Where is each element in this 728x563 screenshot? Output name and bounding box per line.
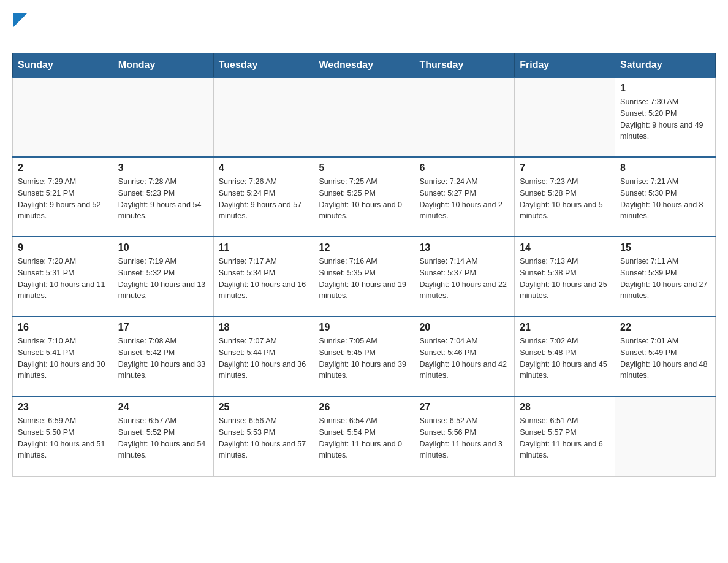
- calendar-cell: 11Sunrise: 7:17 AM Sunset: 5:34 PM Dayli…: [213, 237, 314, 316]
- day-info: Sunrise: 7:02 AM Sunset: 5:48 PM Dayligh…: [520, 335, 610, 381]
- calendar-cell: 24Sunrise: 6:57 AM Sunset: 5:52 PM Dayli…: [113, 396, 213, 476]
- day-number: 14: [520, 242, 610, 253]
- calendar-week-row: 9Sunrise: 7:20 AM Sunset: 5:31 PM Daylig…: [13, 237, 716, 316]
- calendar-cell: 22Sunrise: 7:01 AM Sunset: 5:49 PM Dayli…: [615, 316, 716, 396]
- calendar-cell: 7Sunrise: 7:23 AM Sunset: 5:28 PM Daylig…: [515, 157, 615, 237]
- day-info: Sunrise: 6:54 AM Sunset: 5:54 PM Dayligh…: [319, 415, 409, 461]
- day-info: Sunrise: 7:19 AM Sunset: 5:32 PM Dayligh…: [118, 256, 208, 302]
- calendar-cell: 2Sunrise: 7:29 AM Sunset: 5:21 PM Daylig…: [13, 157, 113, 237]
- day-number: 21: [520, 322, 610, 333]
- day-number: 27: [419, 402, 509, 413]
- day-number: 12: [319, 242, 409, 253]
- day-info: Sunrise: 7:07 AM Sunset: 5:44 PM Dayligh…: [219, 335, 309, 381]
- day-number: 28: [520, 402, 610, 413]
- day-info: Sunrise: 7:28 AM Sunset: 5:23 PM Dayligh…: [118, 176, 208, 222]
- calendar-cell: 5Sunrise: 7:25 AM Sunset: 5:25 PM Daylig…: [314, 157, 414, 237]
- weekday-header-monday: Monday: [113, 53, 213, 78]
- calendar-cell: [113, 77, 213, 157]
- calendar-cell: 25Sunrise: 6:56 AM Sunset: 5:53 PM Dayli…: [213, 396, 314, 476]
- day-info: Sunrise: 7:17 AM Sunset: 5:34 PM Dayligh…: [219, 256, 309, 302]
- calendar-cell: 21Sunrise: 7:02 AM Sunset: 5:48 PM Dayli…: [515, 316, 615, 396]
- day-number: 24: [118, 402, 208, 413]
- calendar-cell: 27Sunrise: 6:52 AM Sunset: 5:56 PM Dayli…: [414, 396, 515, 476]
- day-number: 9: [18, 242, 108, 253]
- day-info: Sunrise: 7:14 AM Sunset: 5:37 PM Dayligh…: [419, 256, 509, 302]
- calendar-cell: 4Sunrise: 7:26 AM Sunset: 5:24 PM Daylig…: [213, 157, 314, 237]
- day-number: 5: [319, 163, 409, 174]
- weekday-header-thursday: Thursday: [414, 53, 515, 78]
- day-number: 22: [620, 322, 710, 333]
- day-info: Sunrise: 7:01 AM Sunset: 5:49 PM Dayligh…: [620, 335, 710, 381]
- calendar-cell: 8Sunrise: 7:21 AM Sunset: 5:30 PM Daylig…: [615, 157, 716, 237]
- day-info: Sunrise: 7:05 AM Sunset: 5:45 PM Dayligh…: [319, 335, 409, 381]
- day-info: Sunrise: 7:23 AM Sunset: 5:28 PM Dayligh…: [520, 176, 610, 222]
- calendar-cell: 18Sunrise: 7:07 AM Sunset: 5:44 PM Dayli…: [213, 316, 314, 396]
- day-info: Sunrise: 7:04 AM Sunset: 5:46 PM Dayligh…: [419, 335, 509, 381]
- day-number: 25: [219, 402, 309, 413]
- day-info: Sunrise: 7:13 AM Sunset: 5:38 PM Dayligh…: [520, 256, 610, 302]
- calendar-week-row: 23Sunrise: 6:59 AM Sunset: 5:50 PM Dayli…: [13, 396, 716, 476]
- day-number: 11: [219, 242, 309, 253]
- calendar-cell: 20Sunrise: 7:04 AM Sunset: 5:46 PM Dayli…: [414, 316, 515, 396]
- day-number: 19: [319, 322, 409, 333]
- calendar-cell: 26Sunrise: 6:54 AM Sunset: 5:54 PM Dayli…: [314, 396, 414, 476]
- day-info: Sunrise: 7:29 AM Sunset: 5:21 PM Dayligh…: [18, 176, 108, 222]
- calendar-cell: 10Sunrise: 7:19 AM Sunset: 5:32 PM Dayli…: [113, 237, 213, 316]
- page-header: [12, 12, 716, 47]
- day-info: Sunrise: 6:56 AM Sunset: 5:53 PM Dayligh…: [219, 415, 309, 461]
- calendar-cell: 15Sunrise: 7:11 AM Sunset: 5:39 PM Dayli…: [615, 237, 716, 316]
- day-info: Sunrise: 7:16 AM Sunset: 5:35 PM Dayligh…: [319, 256, 409, 302]
- calendar-cell: 13Sunrise: 7:14 AM Sunset: 5:37 PM Dayli…: [414, 237, 515, 316]
- calendar-cell: 12Sunrise: 7:16 AM Sunset: 5:35 PM Dayli…: [314, 237, 414, 316]
- calendar-cell: [314, 77, 414, 157]
- day-info: Sunrise: 7:25 AM Sunset: 5:25 PM Dayligh…: [319, 176, 409, 222]
- day-number: 6: [419, 163, 509, 174]
- day-number: 8: [620, 163, 710, 174]
- calendar-cell: 9Sunrise: 7:20 AM Sunset: 5:31 PM Daylig…: [13, 237, 113, 316]
- day-info: Sunrise: 7:08 AM Sunset: 5:42 PM Dayligh…: [118, 335, 208, 381]
- day-info: Sunrise: 7:11 AM Sunset: 5:39 PM Dayligh…: [620, 256, 710, 302]
- calendar-cell: 16Sunrise: 7:10 AM Sunset: 5:41 PM Dayli…: [13, 316, 113, 396]
- day-info: Sunrise: 7:26 AM Sunset: 5:24 PM Dayligh…: [219, 176, 309, 222]
- day-number: 20: [419, 322, 509, 333]
- day-number: 13: [419, 242, 509, 253]
- day-number: 16: [18, 322, 108, 333]
- calendar-week-row: 1Sunrise: 7:30 AM Sunset: 5:20 PM Daylig…: [13, 77, 716, 157]
- day-number: 26: [319, 402, 409, 413]
- day-number: 3: [118, 163, 208, 174]
- calendar-cell: 6Sunrise: 7:24 AM Sunset: 5:27 PM Daylig…: [414, 157, 515, 237]
- calendar-cell: 28Sunrise: 6:51 AM Sunset: 5:57 PM Dayli…: [515, 396, 615, 476]
- calendar-cell: [13, 77, 113, 157]
- logo-triangle-icon: [13, 13, 27, 27]
- weekday-header-tuesday: Tuesday: [213, 53, 314, 78]
- day-info: Sunrise: 6:52 AM Sunset: 5:56 PM Dayligh…: [419, 415, 509, 461]
- day-number: 23: [18, 402, 108, 413]
- day-number: 7: [520, 163, 610, 174]
- day-info: Sunrise: 7:30 AM Sunset: 5:20 PM Dayligh…: [620, 96, 710, 142]
- calendar-cell: 19Sunrise: 7:05 AM Sunset: 5:45 PM Dayli…: [314, 316, 414, 396]
- day-number: 4: [219, 163, 309, 174]
- calendar-cell: 3Sunrise: 7:28 AM Sunset: 5:23 PM Daylig…: [113, 157, 213, 237]
- day-number: 2: [18, 163, 108, 174]
- calendar-table: SundayMondayTuesdayWednesdayThursdayFrid…: [12, 53, 716, 477]
- day-info: Sunrise: 7:21 AM Sunset: 5:30 PM Dayligh…: [620, 176, 710, 222]
- day-number: 17: [118, 322, 208, 333]
- day-info: Sunrise: 7:24 AM Sunset: 5:27 PM Dayligh…: [419, 176, 509, 222]
- calendar-cell: 23Sunrise: 6:59 AM Sunset: 5:50 PM Dayli…: [13, 396, 113, 476]
- calendar-week-row: 2Sunrise: 7:29 AM Sunset: 5:21 PM Daylig…: [13, 157, 716, 237]
- calendar-cell: [615, 396, 716, 476]
- calendar-header-row: SundayMondayTuesdayWednesdayThursdayFrid…: [13, 53, 716, 78]
- weekday-header-sunday: Sunday: [13, 53, 113, 78]
- calendar-week-row: 16Sunrise: 7:10 AM Sunset: 5:41 PM Dayli…: [13, 316, 716, 396]
- weekday-header-wednesday: Wednesday: [314, 53, 414, 78]
- day-info: Sunrise: 7:10 AM Sunset: 5:41 PM Dayligh…: [18, 335, 108, 381]
- day-number: 10: [118, 242, 208, 253]
- svg-marker-0: [13, 13, 27, 27]
- weekday-header-saturday: Saturday: [615, 53, 716, 78]
- day-info: Sunrise: 6:51 AM Sunset: 5:57 PM Dayligh…: [520, 415, 610, 461]
- day-number: 15: [620, 242, 710, 253]
- day-number: 1: [620, 83, 710, 94]
- calendar-cell: 14Sunrise: 7:13 AM Sunset: 5:38 PM Dayli…: [515, 237, 615, 316]
- calendar-cell: [515, 77, 615, 157]
- day-info: Sunrise: 6:59 AM Sunset: 5:50 PM Dayligh…: [18, 415, 108, 461]
